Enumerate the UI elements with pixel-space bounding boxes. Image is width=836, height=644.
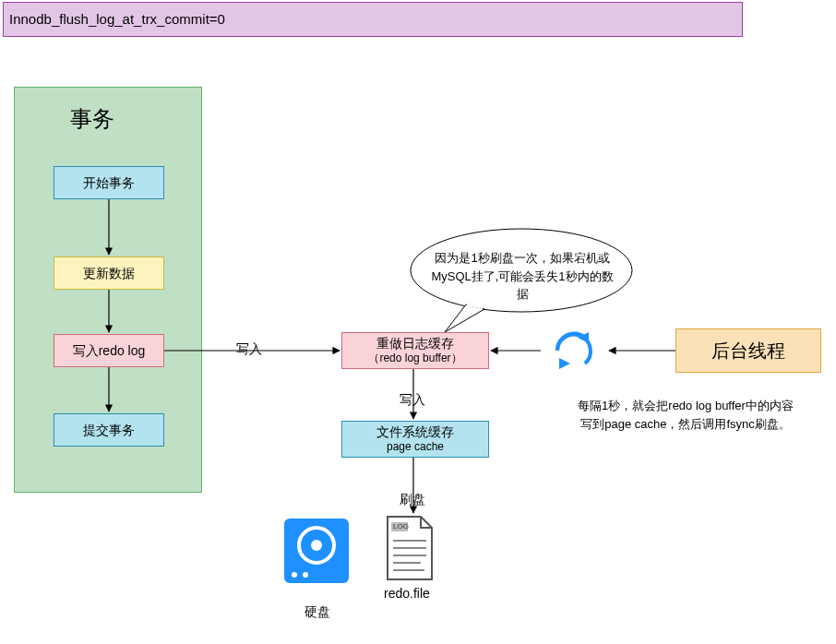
step-commit-label: 提交事务 xyxy=(83,422,135,438)
hard-disk-icon xyxy=(284,519,349,583)
log-file-icon: LOG xyxy=(384,515,436,581)
note-line2: 写到page cache，然后调用fsync刷盘。 xyxy=(543,415,829,434)
page-cache-line1: 文件系统缓存 xyxy=(376,423,454,440)
page-cache-line2: page cache xyxy=(376,440,454,455)
step-redo-label: 写入redo log xyxy=(73,342,146,359)
step-update: 更新数据 xyxy=(54,256,164,290)
label-write2: 写入 xyxy=(400,392,425,409)
step-commit: 提交事务 xyxy=(54,413,164,447)
label-disk: 硬盘 xyxy=(305,604,330,621)
bg-thread-label: 后台线程 xyxy=(711,339,785,363)
log-tag: LOG xyxy=(393,522,409,531)
callout-bubble: 因为是1秒刷盘一次，如果宕机或MySQL挂了,可能会丢失1秒内的数据 xyxy=(426,249,618,304)
step-begin: 开始事务 xyxy=(54,166,164,199)
redo-buf-line1: 重做日志缓存 xyxy=(368,335,461,352)
step-redo: 写入redo log xyxy=(54,334,164,367)
bg-thread-note: 每隔1秒，就会把redo log buffer中的内容 写到page cache… xyxy=(543,397,829,433)
step-begin-label: 开始事务 xyxy=(83,174,135,191)
step-update-label: 更新数据 xyxy=(83,265,135,281)
svg-marker-8 xyxy=(578,332,589,343)
svg-marker-9 xyxy=(559,358,570,369)
redo-buf-line2: （redo log buffer） xyxy=(368,352,461,366)
transaction-title: 事务 xyxy=(70,104,114,134)
note-line1: 每隔1秒，就会把redo log buffer中的内容 xyxy=(543,397,829,415)
bg-thread: 后台线程 xyxy=(675,328,821,373)
callout-text: 因为是1秒刷盘一次，如果宕机或MySQL挂了,可能会丢失1秒内的数据 xyxy=(431,251,613,301)
loop-icon xyxy=(557,332,591,369)
label-write1: 写入 xyxy=(236,341,262,358)
label-flush: 刷盘 xyxy=(400,492,425,508)
title-banner: Innodb_flush_log_at_trx_commit=0 xyxy=(3,2,743,37)
redo-log-buffer: 重做日志缓存 （redo log buffer） xyxy=(341,332,489,369)
label-redofile: redo.file xyxy=(384,586,430,601)
banner-text: Innodb_flush_log_at_trx_commit=0 xyxy=(9,10,225,29)
page-cache: 文件系统缓存 page cache xyxy=(341,421,489,458)
